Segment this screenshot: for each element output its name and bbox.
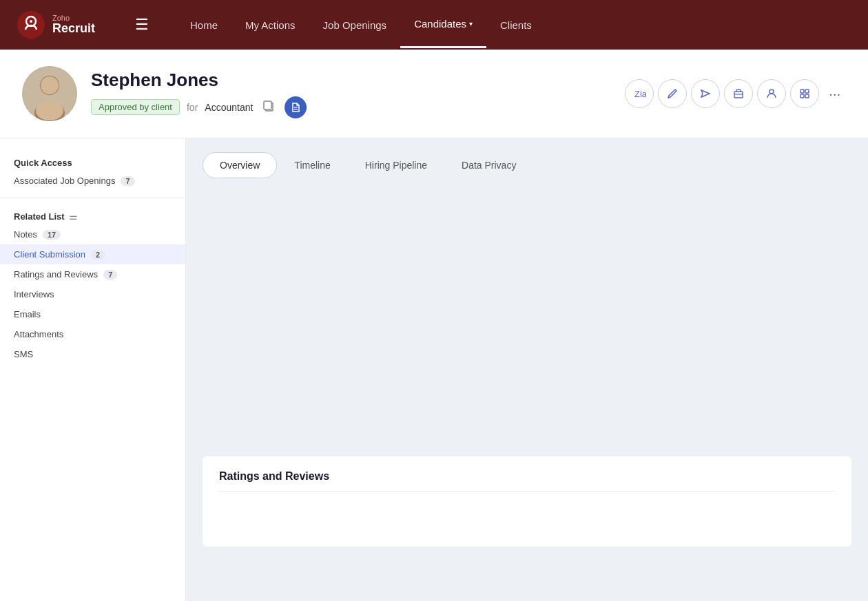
filter-icon[interactable]: ⚌ (69, 211, 78, 222)
svg-point-15 (769, 89, 774, 94)
tab-data-privacy[interactable]: Data Privacy (444, 152, 533, 178)
sidebar-item-attachments[interactable]: Attachments (0, 324, 185, 344)
svg-point-7 (36, 101, 63, 120)
notes-badge: 17 (43, 230, 61, 240)
overview-content: Ratings and Reviews (186, 178, 868, 601)
logo-icon (17, 10, 45, 39)
sidebar-item-emails[interactable]: Emails (0, 304, 185, 324)
nav-clients[interactable]: Clients (486, 3, 546, 48)
tab-timeline[interactable]: Timeline (277, 152, 347, 178)
candidates-arrow: ▾ (469, 20, 473, 28)
status-badge: Approved by client (91, 99, 180, 115)
copy-button[interactable] (260, 98, 278, 116)
document-button[interactable] (285, 96, 307, 118)
ai-button[interactable]: Zia (625, 79, 654, 108)
nav-home[interactable]: Home (176, 3, 231, 48)
edit-button[interactable] (658, 79, 687, 108)
profile-header: Stephen Jones Approved by client for Acc… (0, 50, 868, 138)
ratings-section-title: Ratings and Reviews (219, 470, 835, 492)
avatar (22, 66, 77, 121)
logo-text: Zoho Recruit (52, 14, 95, 36)
avatar-image (22, 66, 77, 121)
nav-job-openings[interactable]: Job Openings (309, 3, 401, 48)
associated-jobs-label: Associated Job Openings (14, 176, 115, 186)
svg-rect-18 (800, 94, 804, 98)
for-label: for (187, 102, 198, 113)
svg-point-2 (30, 20, 32, 23)
logo: Zoho Recruit (17, 10, 113, 39)
svg-rect-16 (800, 89, 804, 93)
ratings-section: Ratings and Reviews (203, 456, 851, 547)
grid-button[interactable] (790, 79, 819, 108)
logo-recruit: Recruit (52, 22, 95, 36)
tabs-bar: Overview Timeline Hiring Pipeline Data P… (186, 138, 868, 178)
person-button[interactable] (757, 79, 786, 108)
more-options-button[interactable]: ··· (823, 83, 846, 105)
quick-access-title: Quick Access (0, 152, 185, 171)
svg-rect-19 (805, 94, 809, 98)
content-spacer (203, 189, 851, 451)
sidebar-item-interviews[interactable]: Interviews (0, 284, 185, 304)
sidebar-item-ratings-reviews[interactable]: Ratings and Reviews 7 (0, 264, 185, 284)
sidebar-item-associated-jobs[interactable]: Associated Job Openings 7 (0, 171, 185, 191)
sidebar: Quick Access Associated Job Openings 7 R… (0, 138, 186, 601)
sidebar-item-sms[interactable]: SMS (0, 344, 185, 364)
sidebar-item-client-submission[interactable]: Client Submission 2 (0, 244, 185, 264)
svg-text:Zia: Zia (634, 89, 646, 99)
ratings-reviews-badge: 7 (103, 270, 117, 280)
hamburger-menu[interactable]: ☰ (135, 16, 149, 34)
navigation: Zoho Recruit ☰ Home My Actions Job Openi… (0, 0, 868, 50)
nav-candidates[interactable]: Candidates ▾ (400, 1, 486, 48)
main-content: Quick Access Associated Job Openings 7 R… (0, 138, 868, 601)
svg-rect-9 (264, 101, 271, 109)
related-list-title: Related List (14, 211, 65, 222)
nav-links: Home My Actions Job Openings Candidates … (176, 1, 851, 48)
related-list-header: Related List ⚌ (0, 205, 185, 224)
send-button[interactable] (691, 79, 720, 108)
tab-overview[interactable]: Overview (203, 152, 277, 178)
ratings-section-body (219, 492, 835, 533)
candidate-name: Stephen Jones (91, 70, 625, 91)
client-submission-badge: 2 (91, 250, 105, 260)
job-title: Accountant (205, 102, 253, 113)
content-area: Overview Timeline Hiring Pipeline Data P… (186, 138, 868, 601)
svg-rect-17 (805, 89, 809, 93)
profile-info: Stephen Jones Approved by client for Acc… (91, 70, 625, 118)
nav-my-actions[interactable]: My Actions (231, 3, 309, 48)
profile-meta: Approved by client for Accountant (91, 96, 625, 118)
tab-hiring-pipeline[interactable]: Hiring Pipeline (348, 152, 444, 178)
svg-point-6 (41, 76, 59, 94)
sidebar-divider (0, 198, 185, 198)
sidebar-item-notes[interactable]: Notes 17 (0, 224, 185, 244)
briefcase-button[interactable] (724, 79, 753, 108)
associated-jobs-count: 7 (121, 176, 134, 186)
action-icons: Zia (625, 79, 846, 108)
